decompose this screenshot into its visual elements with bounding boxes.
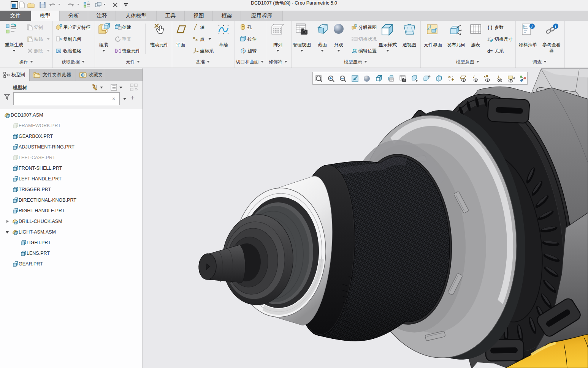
- svg-text:( ): ( ): [488, 24, 492, 30]
- svg-text:d=: d=: [487, 49, 493, 54]
- svg-text:z: z: [355, 49, 356, 51]
